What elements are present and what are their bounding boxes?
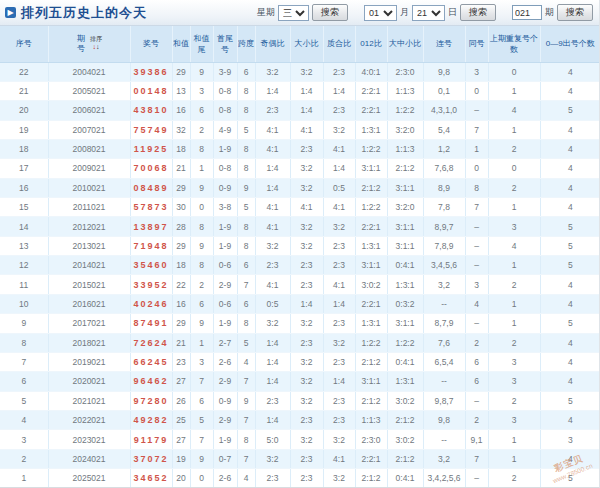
- cell-15: 4: [540, 294, 600, 313]
- cell-12: 1,2: [423, 139, 465, 158]
- column-header-label: 期号: [76, 34, 86, 54]
- sort-control[interactable]: 排序↓↓: [90, 36, 102, 51]
- cell-0: 20: [0, 101, 48, 120]
- cell-3: 30: [172, 198, 190, 217]
- cell-8: 2:3: [290, 139, 323, 158]
- cell-11: 0:4:1: [387, 256, 423, 275]
- cell-14: 3: [488, 410, 540, 429]
- cell-3: 29: [172, 178, 190, 197]
- table-row: 142012021138972881-984:13:23:22:2:13:1:1…: [0, 217, 600, 236]
- cell-13: 2: [465, 333, 488, 352]
- cell-6: 5: [237, 198, 255, 217]
- cell-14: 2: [488, 178, 540, 197]
- cell-13: –: [465, 101, 488, 120]
- cell-6: 8: [237, 217, 255, 236]
- cell-3: 29: [172, 62, 190, 81]
- cell-12: 9,8,7: [423, 391, 465, 410]
- cell-3: 32: [172, 120, 190, 139]
- cell-12: 7,8,9: [423, 236, 465, 255]
- column-header-12: 连号: [423, 26, 465, 62]
- column-header-13: 同号: [465, 26, 488, 62]
- table-row: 72019021662452332-641:43:22:32:1:20:4:16…: [0, 352, 600, 371]
- cell-10: 3:0:2: [355, 275, 387, 294]
- cell-5: 2-7: [213, 333, 237, 352]
- cell-4: 8: [190, 217, 213, 236]
- cell-13: 3: [465, 275, 488, 294]
- cell-12: 0,1: [423, 81, 465, 100]
- cell-7: 0:5: [255, 294, 290, 313]
- day-label: 日: [448, 6, 457, 19]
- day-select[interactable]: 21: [412, 5, 445, 21]
- cell-9: 3:2: [323, 333, 355, 352]
- cell-3: 29: [172, 236, 190, 255]
- cell-2: 35460: [130, 256, 172, 275]
- cell-6: 8: [237, 430, 255, 449]
- sort-desc-icon[interactable]: ↓: [96, 43, 100, 50]
- cell-14: 2: [488, 333, 540, 352]
- cell-10: 1:2:2: [355, 139, 387, 158]
- cell-12: 3,2: [423, 449, 465, 468]
- cell-14: 1: [488, 430, 540, 449]
- cell-11: 1:2:2: [387, 101, 423, 120]
- week-search-group: 星期 三 搜索: [257, 4, 348, 21]
- week-select[interactable]: 三: [278, 5, 309, 21]
- cell-7: 3:2: [255, 236, 290, 255]
- cell-8: 4:1: [290, 120, 323, 139]
- cell-11: 3:1:1: [387, 178, 423, 197]
- cell-13: 4: [465, 294, 488, 313]
- cell-14: 0: [488, 62, 540, 81]
- cell-12: 9,8: [423, 410, 465, 429]
- cell-7: 2:3: [255, 469, 290, 488]
- cell-6: 4: [237, 352, 255, 371]
- table-row: 202006021438101660-882:31:42:32:2:11:2:2…: [0, 101, 600, 120]
- month-select[interactable]: 01: [364, 5, 397, 21]
- cell-1: 2008021: [48, 139, 130, 158]
- cell-14: 1: [488, 256, 540, 275]
- cell-3: 21: [172, 333, 190, 352]
- cell-3: 22: [172, 275, 190, 294]
- cell-1: 2018021: [48, 333, 130, 352]
- cell-11: 3:0:2: [387, 430, 423, 449]
- cell-9: 2:3: [323, 391, 355, 410]
- cell-13: 7: [465, 449, 488, 468]
- cell-11: 3:2:0: [387, 198, 423, 217]
- cell-1: 2017021: [48, 314, 130, 333]
- cell-8: 3:2: [290, 217, 323, 236]
- cell-2: 34652: [130, 469, 172, 488]
- cell-8: 2:3: [290, 410, 323, 429]
- cell-0: 12: [0, 256, 48, 275]
- cell-1: 2019021: [48, 352, 130, 371]
- cell-1: 2004021: [48, 62, 130, 81]
- table-row: 22024021370721990-773:22:34:12:2:12:1:23…: [0, 449, 600, 468]
- bullet-arrow-icon: ▶: [5, 7, 16, 18]
- cell-10: 2:1:2: [355, 469, 387, 488]
- cell-0: 13: [0, 236, 48, 255]
- cell-10: 2:1:2: [355, 391, 387, 410]
- cell-12: 7,6: [423, 333, 465, 352]
- date-search-button[interactable]: 搜索: [460, 4, 496, 21]
- cell-9: 2:3: [323, 352, 355, 371]
- table-row: 172009021700682110-881:43:21:43:1:12:1:2…: [0, 159, 600, 178]
- cell-11: 1:3:1: [387, 275, 423, 294]
- cell-12: 8,9: [423, 178, 465, 197]
- cell-6: 5: [237, 333, 255, 352]
- cell-8: 1:4: [290, 81, 323, 100]
- cell-0: 8: [0, 333, 48, 352]
- issue-input[interactable]: [512, 5, 542, 20]
- cell-11: 3:1:1: [387, 314, 423, 333]
- cell-13: 1: [465, 139, 488, 158]
- issue-search-button[interactable]: 搜索: [557, 4, 593, 21]
- cell-12: 9,8: [423, 62, 465, 81]
- page: ▶ 排列五历史上的今天 星期 三 搜索 01 月 21 日 搜索: [0, 0, 600, 488]
- week-search-button[interactable]: 搜索: [312, 4, 348, 21]
- table-row: 222004021393862993-963:23:22:34:0:12:3:0…: [0, 62, 600, 81]
- cell-10: 1:3:1: [355, 120, 387, 139]
- cell-13: 3: [465, 62, 488, 81]
- cell-5: 4-9: [213, 120, 237, 139]
- issue-label: 期: [545, 6, 554, 19]
- cell-15: 5: [540, 256, 600, 275]
- cell-2: 71948: [130, 236, 172, 255]
- cell-4: 9: [190, 449, 213, 468]
- column-header-1[interactable]: 期号排序↓↓: [48, 26, 130, 62]
- column-header-11: 大中小比: [387, 26, 423, 62]
